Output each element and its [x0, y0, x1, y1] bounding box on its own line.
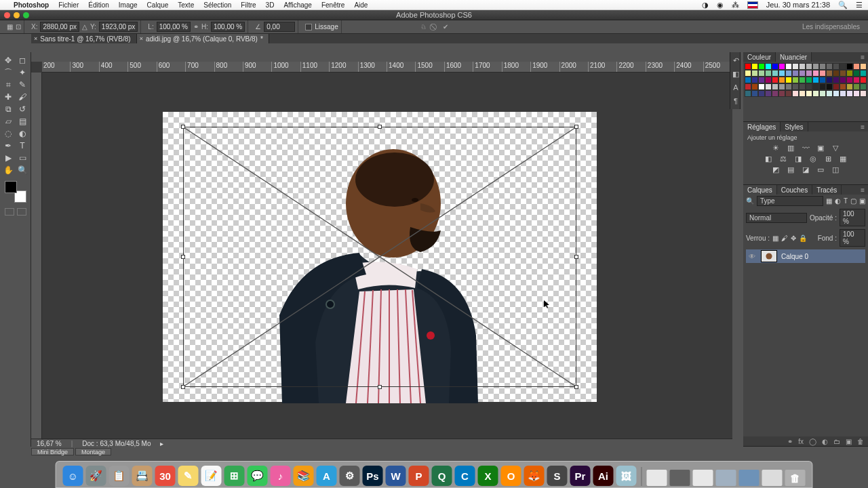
close-tab-icon[interactable]: × — [140, 35, 143, 42]
dock-app[interactable]: 🦊 — [524, 466, 545, 486]
filter-icon[interactable]: 🔍 — [746, 197, 754, 205]
swatch[interactable] — [806, 90, 812, 97]
dock-app[interactable]: ⊞ — [224, 466, 245, 486]
screen-mode-switcher[interactable] — [5, 208, 26, 216]
dock-app[interactable]: 🚀 — [86, 466, 106, 486]
swatch[interactable] — [778, 77, 785, 83]
menu-text[interactable]: Texte — [178, 1, 194, 9]
panel-tab-paths[interactable]: Tracés — [812, 185, 842, 195]
status-notifications-icon[interactable]: ☰ — [856, 1, 863, 9]
dock-app[interactable]: ✎ — [178, 466, 199, 486]
swatch[interactable] — [751, 90, 758, 97]
menu-3d[interactable]: 3D — [266, 1, 275, 9]
w-field[interactable]: 100,00 % — [157, 22, 191, 32]
crop-tool[interactable]: ⌗ — [2, 79, 15, 90]
swatch[interactable] — [765, 63, 772, 70]
vibrance-icon[interactable]: ▽ — [831, 144, 840, 152]
exposure-icon[interactable]: ▣ — [816, 144, 825, 152]
dock-app[interactable]: ☺ — [63, 466, 83, 486]
swatch[interactable] — [819, 90, 826, 97]
swatch[interactable] — [833, 63, 840, 70]
panel-menu-icon[interactable]: ≡ — [857, 123, 868, 131]
dock-app[interactable]: A — [317, 466, 337, 486]
dock-app[interactable] — [716, 470, 736, 486]
swatch[interactable] — [833, 90, 840, 97]
doc-size[interactable]: Doc : 63,3 Mo/48,5 Mo — [82, 440, 151, 447]
paragraph-panel-icon[interactable]: ¶ — [732, 97, 740, 105]
blur-tool[interactable]: ◌ — [2, 128, 15, 139]
dock-app[interactable]: 🗑 — [785, 470, 806, 486]
filter-type-icon[interactable]: T — [844, 197, 848, 205]
gradient-tool[interactable]: ▤ — [16, 116, 29, 127]
transform-handle[interactable] — [378, 125, 382, 129]
swatch[interactable] — [826, 77, 833, 83]
swatch[interactable] — [853, 83, 860, 90]
menu-image[interactable]: Image — [119, 1, 138, 9]
transform-handle[interactable] — [181, 385, 185, 389]
swatch[interactable] — [860, 77, 867, 83]
swatch[interactable] — [833, 77, 840, 83]
status-bluetooth-icon[interactable]: ⁂ — [732, 1, 739, 9]
menu-view[interactable]: Affichage — [283, 1, 312, 9]
swatch[interactable] — [758, 63, 765, 70]
swatch[interactable] — [745, 77, 751, 83]
swatch[interactable] — [758, 83, 765, 90]
channelmixer-icon[interactable]: ⊞ — [823, 155, 833, 163]
dock-app[interactable]: C — [455, 466, 475, 486]
swatch[interactable] — [846, 70, 853, 77]
swatch[interactable] — [806, 83, 812, 90]
eyedropper-tool[interactable]: ✎ — [16, 79, 29, 90]
canvas-area[interactable] — [42, 73, 732, 439]
close-tab-icon[interactable]: × — [34, 35, 37, 42]
swatch[interactable] — [799, 70, 806, 77]
type-tool[interactable]: T — [16, 140, 29, 151]
dock-app[interactable]: X — [478, 466, 498, 486]
menu-app[interactable]: Photoshop — [14, 1, 49, 9]
swatch[interactable] — [778, 90, 785, 97]
swatch[interactable] — [765, 70, 772, 77]
panel-tab-channels[interactable]: Couches — [777, 185, 812, 195]
swatch[interactable] — [745, 83, 751, 90]
dock-app[interactable]: 💬 — [248, 466, 268, 486]
lock-all-icon[interactable]: 🔒 — [799, 235, 807, 242]
menu-filter[interactable]: Filtre — [241, 1, 256, 9]
swatch[interactable] — [819, 63, 826, 70]
dodge-tool[interactable]: ◐ — [16, 128, 29, 139]
filter-shape-icon[interactable]: ▢ — [850, 197, 856, 205]
swatch[interactable] — [846, 77, 853, 83]
dock-app[interactable]: O — [501, 466, 521, 486]
dock-app[interactable]: P — [409, 466, 429, 486]
panel-tab-adjustments[interactable]: Réglages — [743, 122, 781, 131]
bw-icon[interactable]: ◨ — [793, 155, 803, 163]
dock-app[interactable]: Ai — [593, 466, 614, 486]
status-arrow-icon[interactable]: ▸ — [160, 440, 163, 447]
eraser-tool[interactable]: ▱ — [2, 116, 15, 127]
selective-icon[interactable]: ◫ — [831, 165, 840, 174]
swatch[interactable] — [833, 70, 840, 77]
fill-field[interactable]: 100 % — [840, 229, 865, 247]
swatch[interactable] — [799, 77, 806, 83]
status-flag-icon[interactable] — [747, 1, 758, 9]
zoom-button[interactable] — [23, 12, 29, 18]
mini-bridge-tab[interactable]: Mini Bridge — [31, 448, 74, 455]
foreground-background-colors[interactable] — [5, 181, 26, 203]
filter-smart-icon[interactable]: ▣ — [859, 197, 865, 205]
swatch[interactable] — [778, 70, 785, 77]
swatch[interactable] — [778, 63, 785, 70]
swatch[interactable] — [785, 63, 792, 70]
character-panel-icon[interactable]: A — [732, 83, 740, 92]
swatch[interactable] — [826, 83, 833, 90]
swatch[interactable] — [853, 90, 860, 97]
dock-app[interactable]: 📋 — [109, 466, 130, 486]
brightness-icon[interactable]: ☀ — [771, 144, 781, 152]
layer-thumbnail[interactable] — [761, 250, 777, 262]
transform-handle[interactable] — [574, 385, 578, 389]
visibility-icon[interactable]: 👁 — [749, 253, 757, 260]
status-spotlight-icon[interactable]: 🔍 — [838, 1, 848, 9]
invert-icon[interactable]: ◩ — [771, 165, 781, 174]
filter-adjust-icon[interactable]: ◐ — [835, 197, 841, 205]
swatch[interactable] — [772, 83, 778, 90]
status-clock[interactable]: Jeu. 30 mars 21:38 — [766, 1, 830, 9]
swatch[interactable] — [745, 90, 751, 97]
dock-app[interactable]: S — [547, 466, 568, 486]
